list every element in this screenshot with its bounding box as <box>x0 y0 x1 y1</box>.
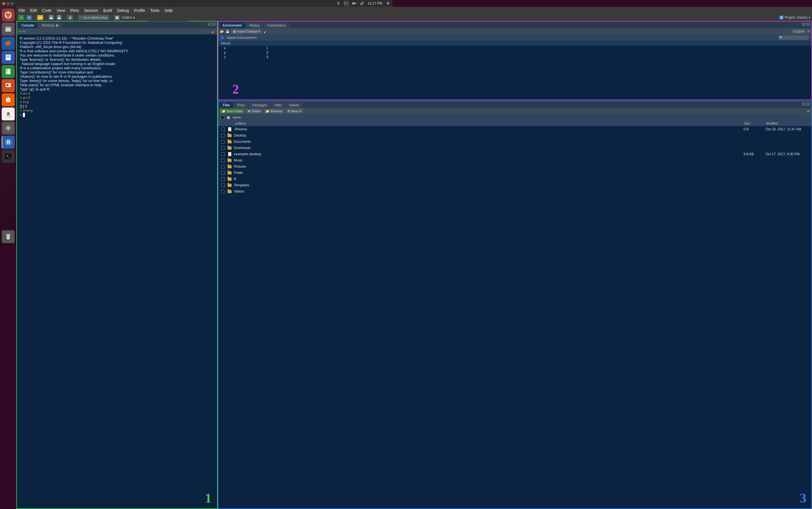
sound-icon[interactable]: 🔊 <box>360 1 364 6</box>
launcher-terminal[interactable]: >_ <box>2 150 15 163</box>
home-icon[interactable]: 🏠 <box>226 116 231 119</box>
menu-view[interactable]: View <box>57 8 65 13</box>
file-checkbox[interactable] <box>221 152 225 156</box>
clear-workspace-button[interactable]: 🧹 <box>263 30 268 33</box>
console-output[interactable]: R version 3.2.3 (2015-12-10) -- "Wooden … <box>17 34 217 246</box>
keyboard-layout-indicator[interactable]: En <box>344 1 349 6</box>
print-button[interactable]: 🖨 <box>67 15 73 20</box>
file-row[interactable]: Videos <box>218 188 392 195</box>
gear-icon[interactable]: ⚙ <box>386 1 390 6</box>
maximize-pane-button[interactable] <box>212 23 216 26</box>
tab-viewer[interactable]: Viewer <box>285 102 302 108</box>
menu-session[interactable]: Session <box>84 8 98 13</box>
svg-point-6 <box>10 16 11 17</box>
svg-rect-12 <box>6 57 10 57</box>
col-name[interactable]: ▴ Name <box>227 122 392 125</box>
file-row[interactable]: Downloads <box>218 145 392 151</box>
launcher-calc[interactable] <box>2 65 15 78</box>
more-button[interactable]: ⚙ More ▾ <box>286 109 303 113</box>
launcher-settings[interactable] <box>2 122 15 135</box>
file-checkbox[interactable] <box>221 159 225 162</box>
minimize-pane-button[interactable] <box>208 23 211 26</box>
tab-help[interactable]: Help <box>271 102 285 108</box>
select-all-checkbox[interactable] <box>220 116 224 119</box>
new-file-button[interactable]: ＋ <box>18 15 24 20</box>
menu-file[interactable]: File <box>19 8 25 13</box>
tab-history[interactable]: History <box>246 23 263 28</box>
file-checkbox[interactable] <box>221 146 225 150</box>
file-row[interactable]: Documents <box>218 139 392 145</box>
network-icon[interactable]: ⇅ <box>336 1 341 6</box>
window-minimize-dot[interactable] <box>6 2 10 5</box>
tab-connections[interactable]: Connections <box>264 23 289 28</box>
new-project-button[interactable]: + <box>26 15 32 20</box>
file-checkbox[interactable] <box>221 128 225 131</box>
delete-button[interactable]: ✖ Delete <box>246 109 262 113</box>
file-row[interactable]: examples.desktop8.8 KBOct 17, 2017, 8:30… <box>218 151 392 157</box>
env-variable[interactable]: z3 <box>218 55 392 59</box>
environment-scope[interactable]: Global Environment ▾ <box>227 36 257 40</box>
tab-packages[interactable]: Packages <box>249 102 271 108</box>
window-close-dot[interactable] <box>2 2 5 5</box>
menu-plots[interactable]: Plots <box>70 8 79 13</box>
clock[interactable]: 12:17 PM <box>368 1 382 5</box>
launcher-impress[interactable] <box>2 79 15 92</box>
tab-environment[interactable]: Environment <box>219 23 245 28</box>
save-button[interactable]: 💾 <box>48 15 54 20</box>
new-folder-button[interactable]: 📁 New Folder <box>220 109 244 113</box>
launcher-firefox[interactable] <box>2 37 15 50</box>
menu-build[interactable]: Build <box>103 8 112 13</box>
open-file-button[interactable]: 📂 <box>37 15 43 20</box>
close-icon[interactable]: × <box>56 24 59 27</box>
tab-console[interactable]: Console <box>18 23 37 28</box>
env-variable[interactable]: y2 <box>218 50 392 55</box>
launcher-writer[interactable] <box>2 51 15 64</box>
addins-dropdown[interactable]: Addins ▾ <box>122 15 135 20</box>
chevron-icon[interactable]: ➪ <box>23 30 26 33</box>
file-checkbox[interactable] <box>221 134 225 137</box>
battery-icon[interactable] <box>352 1 356 6</box>
file-checkbox[interactable] <box>221 140 225 144</box>
goto-file-input[interactable]: → Go to file/function <box>78 15 109 20</box>
env-variable[interactable]: x1 <box>218 46 392 50</box>
launcher-trash[interactable] <box>2 230 15 243</box>
file-checkbox[interactable] <box>221 165 225 169</box>
grid-button[interactable]: ▦ <box>114 15 120 20</box>
save-workspace-button[interactable]: 💾 <box>225 30 230 33</box>
menu-code[interactable]: Code <box>42 8 51 13</box>
menu-debug[interactable]: Debug <box>117 8 129 13</box>
file-row[interactable]: Pictures <box>218 164 392 170</box>
file-checkbox[interactable] <box>221 177 225 181</box>
breadcrumb-home[interactable]: Home <box>233 116 241 119</box>
files-pane: Files Plots Packages Help Viewer 📁 New F… <box>218 101 392 246</box>
file-row[interactable]: Templates <box>218 182 392 188</box>
file-checkbox[interactable] <box>221 190 225 194</box>
launcher-rstudio[interactable]: R <box>2 136 15 149</box>
load-workspace-button[interactable]: 📂 <box>220 30 224 33</box>
menu-tools[interactable]: Tools <box>150 8 160 13</box>
file-row[interactable]: Desktop <box>218 132 392 139</box>
file-row[interactable]: Public <box>218 170 392 176</box>
import-dataset-button[interactable]: ▦ Import Dataset ▾ <box>231 29 262 34</box>
file-row[interactable]: Music <box>218 157 392 164</box>
launcher-dash[interactable] <box>2 8 15 22</box>
file-row[interactable]: .Rhistory0 BOct 20, 2017, 11:47 AM <box>218 126 392 132</box>
window-maximize-dot[interactable] <box>11 2 14 5</box>
save-all-button[interactable]: 💾 <box>56 15 62 20</box>
launcher-files[interactable] <box>2 23 15 36</box>
menu-help[interactable]: Help <box>165 8 173 13</box>
tab-plots[interactable]: Plots <box>234 102 248 108</box>
menu-edit[interactable]: Edit <box>30 8 37 13</box>
clear-console-button[interactable]: 🧹 <box>211 30 215 33</box>
console-line: R is a collaborative project with many c… <box>20 66 214 70</box>
file-row[interactable]: R <box>218 176 392 182</box>
file-icon <box>228 127 231 131</box>
launcher-amazon[interactable]: a <box>2 107 15 121</box>
launcher-software[interactable]: A <box>2 93 15 106</box>
rename-button[interactable]: 📁 Rename <box>264 109 284 113</box>
menu-profile[interactable]: Profile <box>134 8 145 13</box>
file-checkbox[interactable] <box>221 183 225 187</box>
tab-terminal[interactable]: Terminal× <box>38 23 62 28</box>
tab-files[interactable]: Files <box>219 102 233 108</box>
file-checkbox[interactable] <box>221 171 225 175</box>
